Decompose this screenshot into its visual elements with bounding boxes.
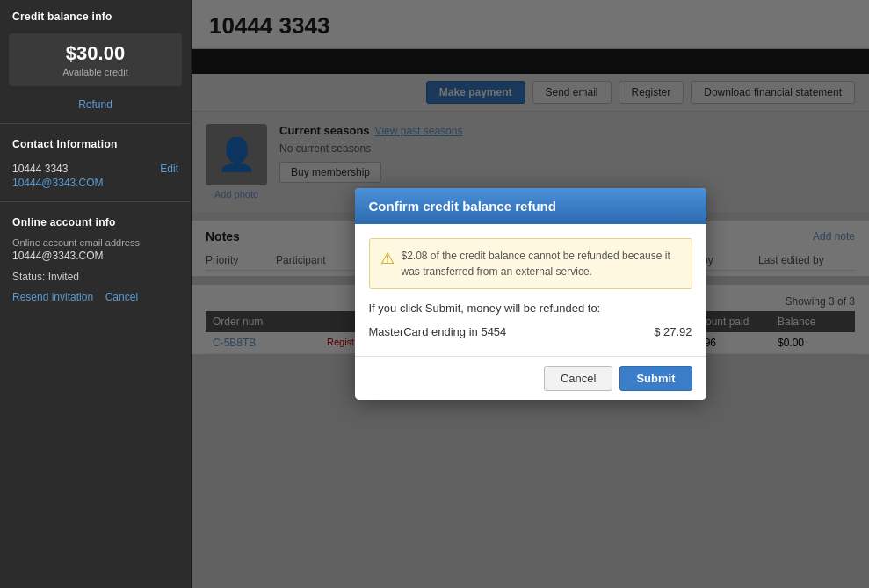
- modal-overlay: Confirm credit balance refund ⚠ $2.08 of…: [192, 0, 869, 588]
- refund-method: MasterCard ending in 5454: [369, 325, 507, 338]
- status-line: Status: Invited: [0, 267, 191, 287]
- warning-icon: ⚠: [380, 249, 395, 268]
- contact-email[interactable]: 10444@3343.COM: [0, 177, 191, 198]
- cancel-button[interactable]: Cancel: [544, 366, 612, 391]
- modal-footer: Cancel Submit: [355, 356, 706, 400]
- refund-info-text: If you click Submit, money will be refun…: [369, 301, 692, 315]
- credit-section-title: Credit balance info: [0, 0, 191, 28]
- credit-label: Available credit: [19, 67, 171, 77]
- contact-section-title: Contact Information: [0, 127, 191, 156]
- confirm-refund-modal: Confirm credit balance refund ⚠ $2.08 of…: [355, 188, 706, 400]
- refund-link[interactable]: Refund: [0, 93, 191, 120]
- action-links: Resend invitation Cancel: [0, 287, 191, 312]
- online-section-title: Online account info: [0, 206, 191, 234]
- refund-amount: $ 27.92: [654, 325, 692, 338]
- warning-text: $2.08 of the credit balance cannot be re…: [402, 248, 681, 279]
- online-info-label: Online account email address: [12, 237, 178, 248]
- cancel-invitation-link[interactable]: Cancel: [105, 291, 138, 303]
- warning-box: ⚠ $2.08 of the credit balance cannot be …: [369, 238, 692, 289]
- credit-box: $30.00 Available credit: [9, 33, 182, 86]
- modal-header: Confirm credit balance refund: [355, 188, 706, 224]
- contact-row: 10444 3343 Edit: [0, 156, 191, 177]
- modal-body: ⚠ $2.08 of the credit balance cannot be …: [355, 224, 706, 356]
- refund-row: MasterCard ending in 5454 $ 27.92: [369, 325, 692, 338]
- resend-invitation-link[interactable]: Resend invitation: [12, 291, 93, 303]
- sidebar: Credit balance info $30.00 Available cre…: [0, 0, 192, 588]
- online-email: 10444@3343.COM: [12, 250, 178, 262]
- submit-button[interactable]: Submit: [619, 366, 692, 391]
- modal-title: Confirm credit balance refund: [369, 199, 556, 214]
- contact-name: 10444 3343: [12, 163, 68, 175]
- online-info: Online account email address 10444@3343.…: [0, 234, 191, 267]
- credit-amount: $30.00: [19, 42, 171, 65]
- edit-link[interactable]: Edit: [160, 163, 178, 175]
- main-content: 10444 3343 Make payment Send email Regis…: [192, 0, 869, 588]
